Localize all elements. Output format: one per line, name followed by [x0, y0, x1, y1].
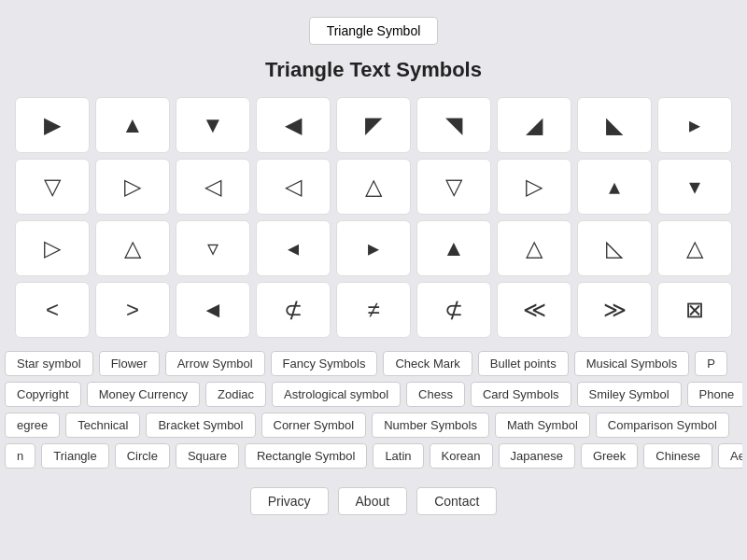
nav-tag-n[interactable]: n	[5, 443, 35, 469]
symbol-cell[interactable]: ▽	[15, 159, 90, 215]
symbol-cell[interactable]: ▽	[416, 159, 491, 215]
nav-tag-corner-symbol[interactable]: Corner Symbol	[261, 413, 367, 438]
symbol-cell[interactable]: ▿	[176, 220, 250, 276]
nav-tag-copyright[interactable]: Copyright	[5, 382, 81, 407]
symbol-cell[interactable]: ◀	[256, 97, 331, 153]
symbols-grid: ▶ ▲ ▼ ◀ ◤ ◥ ◢ ◣ ▸ ▽ ▷ ◁ ◁ △ ▽ ▷ ▴ ▾ ▷ △ …	[15, 97, 732, 338]
symbol-cell[interactable]: ▼	[176, 97, 250, 153]
nav-tag-square[interactable]: Square	[176, 443, 239, 469]
symbol-cell[interactable]: ◁	[176, 159, 250, 215]
nav-tag-number-symbols[interactable]: Number Symbols	[372, 413, 489, 438]
nav-row-3: egree Technical Bracket Symbol Corner Sy…	[5, 413, 742, 438]
symbol-cell[interactable]: ⊄	[256, 282, 331, 338]
about-button[interactable]: About	[338, 487, 408, 515]
triangle-symbol-button[interactable]: Triangle Symbol	[309, 17, 439, 45]
nav-tag-circle[interactable]: Circle	[115, 443, 170, 469]
symbol-cell[interactable]: ◂	[256, 220, 331, 276]
page-title: Triangle Text Symbols	[265, 58, 482, 82]
nav-tag-astrological-symbol[interactable]: Astrological symbol	[272, 382, 401, 407]
symbol-cell[interactable]: ▸	[657, 97, 732, 153]
nav-tag-flower[interactable]: Flower	[99, 351, 160, 376]
nav-tag-comparison-symbol[interactable]: Comparison Symbol	[596, 413, 729, 438]
nav-tag-triangle[interactable]: Triangle	[41, 443, 108, 469]
nav-tag-rectangle-symbol[interactable]: Rectangle Symbol	[245, 443, 368, 469]
symbol-cell[interactable]: ◣	[577, 97, 652, 153]
nav-tag-money-currency[interactable]: Money Currency	[87, 382, 200, 407]
symbol-cell[interactable]: <	[15, 282, 90, 338]
symbol-cell[interactable]: ◺	[577, 220, 652, 276]
nav-tag-japanese[interactable]: Japanese	[499, 443, 575, 469]
contact-button[interactable]: Contact	[416, 487, 497, 515]
symbol-cell[interactable]: △	[336, 159, 411, 215]
symbol-cell[interactable]: ▷	[497, 159, 571, 215]
nav-tag-musical-symbols[interactable]: Musical Symbols	[574, 351, 690, 376]
nav-tag-bullet-points[interactable]: Bullet points	[478, 351, 569, 376]
symbol-cell[interactable]: ◁	[256, 159, 331, 215]
nav-row-4: n Triangle Circle Square Rectangle Symbo…	[5, 443, 742, 469]
symbol-cell[interactable]: ≪	[497, 282, 571, 338]
nav-tag-aestho[interactable]: Aestho	[718, 443, 742, 469]
symbol-cell[interactable]: ◢	[497, 97, 571, 153]
nav-tag-math-symbol[interactable]: Math Symbol	[495, 413, 590, 438]
symbol-cell[interactable]: ≠	[336, 282, 411, 338]
nav-row-2: Copyright Money Currency Zodiac Astrolog…	[5, 382, 742, 407]
symbol-cell[interactable]: ⊄	[416, 282, 491, 338]
nav-tag-zodiac[interactable]: Zodiac	[205, 382, 266, 407]
nav-tag-arrow-symbol[interactable]: Arrow Symbol	[165, 351, 265, 376]
nav-tag-latin[interactable]: Latin	[373, 443, 423, 469]
privacy-button[interactable]: Privacy	[250, 487, 329, 515]
nav-tag-degree[interactable]: egree	[5, 413, 60, 438]
nav-tag-fancy-symbols[interactable]: Fancy Symbols	[271, 351, 378, 376]
symbol-cell[interactable]: △	[657, 220, 732, 276]
nav-tag-check-mark[interactable]: Check Mark	[383, 351, 472, 376]
symbol-cell[interactable]: >	[95, 282, 170, 338]
symbol-cell[interactable]: △	[95, 220, 170, 276]
footer: Privacy About Contact	[250, 487, 498, 515]
symbol-cell[interactable]: ▴	[577, 159, 652, 215]
nav-tag-greek[interactable]: Greek	[581, 443, 638, 469]
symbol-cell[interactable]: ▶	[15, 97, 90, 153]
symbol-cell[interactable]: ◄	[176, 282, 250, 338]
symbol-cell[interactable]: ⊠	[657, 282, 732, 338]
symbol-cell[interactable]: ▾	[657, 159, 732, 215]
nav-tag-card-symbols[interactable]: Card Symbols	[471, 382, 571, 407]
nav-tag-bracket-symbol[interactable]: Bracket Symbol	[146, 413, 255, 438]
nav-tag-chess[interactable]: Chess	[406, 382, 465, 407]
nav-row-1: Star symbol Flower Arrow Symbol Fancy Sy…	[5, 351, 742, 376]
symbol-cell[interactable]: ◥	[416, 97, 491, 153]
nav-tag-star-symbol[interactable]: Star symbol	[5, 351, 93, 376]
symbol-cell[interactable]: ▷	[95, 159, 170, 215]
nav-tag-technical[interactable]: Technical	[65, 413, 140, 438]
symbol-cell[interactable]: ◤	[336, 97, 411, 153]
symbol-cell[interactable]: ▸	[336, 220, 411, 276]
symbol-cell[interactable]: ▲	[95, 97, 170, 153]
symbol-cell[interactable]: △	[497, 220, 571, 276]
nav-tag-chinese[interactable]: Chinese	[643, 443, 712, 469]
nav-tag-phone[interactable]: Phone	[687, 382, 742, 407]
nav-tag-korean[interactable]: Korean	[430, 443, 493, 469]
symbol-cell[interactable]: ▲	[416, 220, 491, 276]
nav-tag-p[interactable]: P	[695, 351, 727, 376]
symbol-cell[interactable]: ≫	[577, 282, 652, 338]
nav-tag-smiley-symbol[interactable]: Smiley Symbol	[577, 382, 682, 407]
symbol-cell[interactable]: ▷	[15, 220, 90, 276]
